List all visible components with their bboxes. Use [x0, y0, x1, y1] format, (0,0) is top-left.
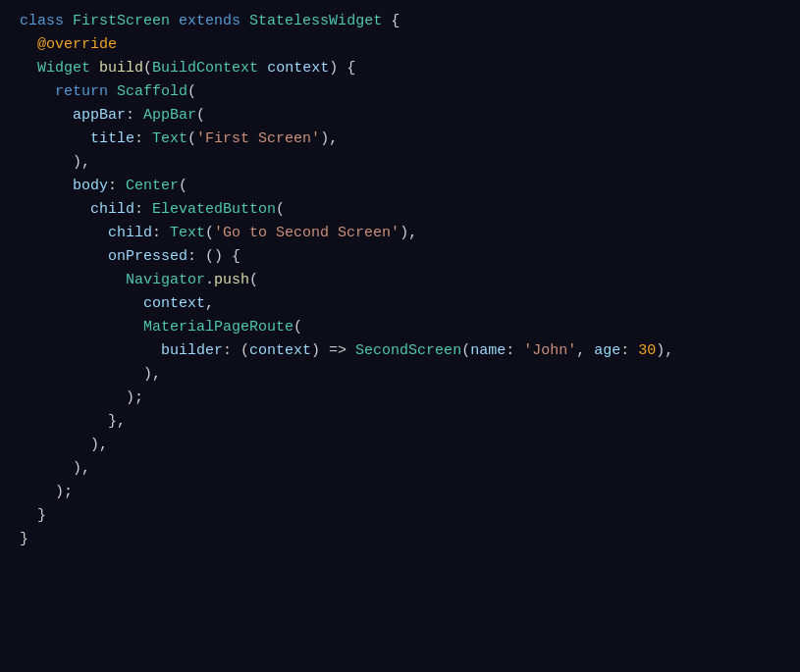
- code-line-6: title: Text('First Screen'),: [20, 128, 780, 151]
- code-line-20: ),: [20, 457, 780, 481]
- code-line-22: }: [20, 504, 780, 528]
- code-line-2: @override: [20, 33, 780, 57]
- code-line-18: },: [20, 410, 780, 434]
- code-line-9: child: ElevatedButton(: [20, 198, 780, 222]
- code-line-14: MaterialPageRoute(: [20, 316, 780, 339]
- code-line-13: context,: [20, 292, 780, 316]
- code-editor: class FirstScreen extends StatelessWidge…: [0, 0, 800, 672]
- code-line-8: body: Center(: [20, 175, 780, 198]
- code-line-1: class FirstScreen extends StatelessWidge…: [20, 10, 780, 33]
- code-line-7: ),: [20, 151, 780, 175]
- code-line-3: Widget build(BuildContext context) {: [20, 57, 780, 80]
- code-line-10: child: Text('Go to Second Screen'),: [20, 222, 780, 245]
- code-line-15: builder: (context) => SecondScreen(name:…: [20, 339, 780, 363]
- code-line-16: ),: [20, 363, 780, 387]
- code-line-17: );: [20, 387, 780, 410]
- code-line-23: }: [20, 528, 780, 551]
- code-line-19: ),: [20, 434, 780, 457]
- code-line-11: onPressed: () {: [20, 245, 780, 269]
- code-line-4: return Scaffold(: [20, 80, 780, 104]
- code-line-21: );: [20, 481, 780, 504]
- code-line-12: Navigator.push(: [20, 269, 780, 292]
- code-line-5: appBar: AppBar(: [20, 104, 780, 128]
